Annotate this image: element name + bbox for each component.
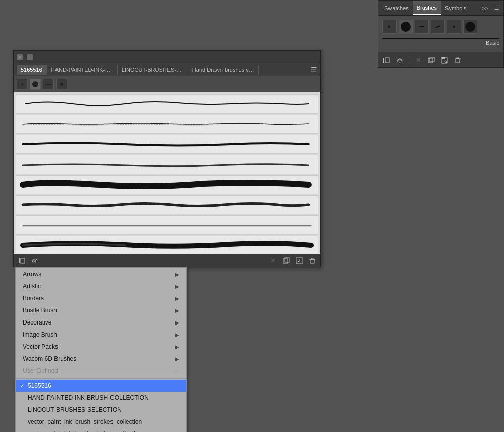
brushes-bottom-bar: ✕ [378,52,503,67]
library-icon[interactable] [381,55,391,65]
more-tabs-button[interactable]: >> [480,5,490,11]
menu-item-imagebrush-label: Image Brush [23,331,57,338]
trash-icon[interactable] [453,55,463,65]
tool-dot-2[interactable] [30,79,41,90]
submenu-arrow-icon-4: ▶ [175,308,179,313]
duplicate-icon[interactable] [426,55,436,65]
menu-item-wacom[interactable]: Wacom 6D Brushes ▶ [16,353,186,365]
cloud-icon[interactable] [395,55,405,65]
brush-dot-1[interactable] [382,20,397,34]
brush-dots-row [382,20,499,34]
brush-lib-tab-menu[interactable]: ☰ [311,66,317,74]
menu-item-bristle-label: Bristle Brush [23,307,57,314]
lib-delete-icon[interactable]: ✕ [268,256,278,266]
small-dot-2-icon [453,26,455,28]
brush-stroke-1[interactable] [16,94,318,114]
submenu-arrow-icon-8: ▶ [175,356,179,362]
submenu-arrow-icon-2: ▶ [175,284,179,289]
panel-menu-button[interactable]: ☰ [492,5,501,11]
brush-lib-content[interactable] [14,92,320,254]
check-icon-2 [20,394,28,401]
submenu-arrow-icon-6: ▶ [175,332,179,338]
dash-icon [419,26,424,27]
menu-item-decorative[interactable]: Decorative ▶ [16,316,186,329]
brush-stroke-4[interactable] [16,155,318,174]
menu-item-arrows[interactable]: Arrows ▶ [16,268,186,280]
menu-item-handpainted[interactable]: HAND-PAINTED-INK-BRUSH-COLLECTION [16,392,186,404]
svg-rect-19 [283,259,288,263]
brush-lib-tab-4[interactable]: Hand Drawn brushes vecto [188,65,259,75]
collapse-button[interactable] [27,54,33,60]
menu-item-5165516-label: 5165516 [28,382,179,389]
menu-item-wacom-label: Wacom 6D Brushes [23,355,76,362]
tool-dot-4[interactable] [56,79,67,90]
brush-dot-6[interactable] [463,20,477,34]
svg-rect-14 [21,258,25,263]
lib-library-icon[interactable] [17,256,27,266]
tab-brushes[interactable]: Brushes [413,1,441,15]
brush-preview-area: Basic [378,16,503,52]
menu-item-bristle[interactable]: Bristle Brush ▶ [16,304,186,316]
brush-stroke-8[interactable] [16,236,318,254]
menu-item-vectorpacks-label: Vector Packs [23,343,58,350]
brush-lib-tab-1[interactable]: 5165516 [17,65,47,75]
line-icon [45,84,51,85]
lib-save-icon[interactable] [294,256,304,266]
menu-item-vectorpaint[interactable]: vector_paint_ink_brush_strokes_collectio… [16,416,186,428]
stroke-preview-line [382,38,499,39]
menu-item-5165516[interactable]: ✓ 5165516 [16,380,186,392]
delete-stroke-icon[interactable]: ✕ [413,55,423,65]
lib-trash-icon[interactable] [307,256,317,266]
svg-rect-3 [428,58,433,63]
menu-item-borders-label: Borders [23,295,44,302]
tab-symbols[interactable]: Symbols [441,1,470,15]
svg-rect-10 [457,58,459,59]
brush-dot-5[interactable] [447,20,461,34]
svg-rect-0 [383,58,384,63]
panel-tab-more: >> ☰ [480,5,501,11]
brush-lib-tab-3[interactable]: LINOCUT-BRUSHES-SELECT [118,65,188,75]
menu-divider-1 [16,378,186,379]
brush-stroke-3[interactable] [16,135,318,154]
large-dot-2-icon [465,22,475,32]
svg-rect-1 [385,58,389,63]
lib-copy-icon[interactable] [281,256,291,266]
menu-item-vectorpacks[interactable]: Vector Packs ▶ [16,341,186,353]
menu-item-borders[interactable]: Borders ▶ [16,292,186,304]
submenu-arrow-icon-7: ▶ [175,344,179,350]
panel-tabs: Swatches Brushes Symbols >> ☰ [378,1,503,16]
brush-stroke-6[interactable] [16,195,318,214]
large-dot-icon [401,22,411,32]
brush-dot-4[interactable] [431,20,445,34]
tab-swatches[interactable]: Swatches [380,1,413,15]
lib-cloud-icon[interactable] [30,256,40,266]
angled-dash-icon [435,25,440,28]
tiny-dot-icon [21,83,23,85]
menu-item-artistic-label: Artistic [23,283,41,290]
menu-item-decorative-label: Decorative [23,319,51,326]
submenu-arrow-icon-3: ▶ [175,296,179,301]
menu-item-imagebrush[interactable]: Image Brush ▶ [16,329,186,341]
brush-stroke-2[interactable] [16,115,318,134]
menu-item-linocut[interactable]: LINOCUT-BRUSHES-SELECTION [16,404,186,416]
menu-item-artistic[interactable]: Artistic ▶ [16,280,186,292]
context-menu: Arrows ▶ Artistic ▶ Borders ▶ Bristle Br… [15,267,187,432]
svg-rect-20 [285,258,289,262]
brush-stroke-7[interactable] [16,215,318,235]
tool-dot-3[interactable] [43,79,54,90]
brush-library-tabs: 5165516 HAND-PAINTED-INK-BRUS LINOCUT-BR… [14,63,320,76]
brush-stroke-5[interactable] [16,175,318,194]
svg-point-7 [445,61,447,63]
tool-dot-1[interactable] [17,79,28,90]
brush-dot-3[interactable] [415,20,429,34]
menu-item-handpainted-label: HAND-PAINTED-INK-BRUSH-COLLECTION [28,394,179,401]
brush-lib-tab-2[interactable]: HAND-PAINTED-INK-BRUS [47,65,118,75]
close-button[interactable]: ✕ [17,54,23,60]
save-icon[interactable] [439,55,450,65]
submenu-arrow-icon: ▶ [175,272,179,277]
brush-dot-2[interactable] [399,20,413,34]
submenu-arrow-icon-5: ▶ [175,320,179,326]
menu-item-vectorpaint-label: vector_paint_ink_brush_strokes_collectio… [28,418,179,425]
menu-item-vectorpainteps[interactable]: vector_paint_ink_brush_strokes_collectio… [16,428,186,432]
brushes-panel: Swatches Brushes Symbols >> ☰ [378,0,504,68]
